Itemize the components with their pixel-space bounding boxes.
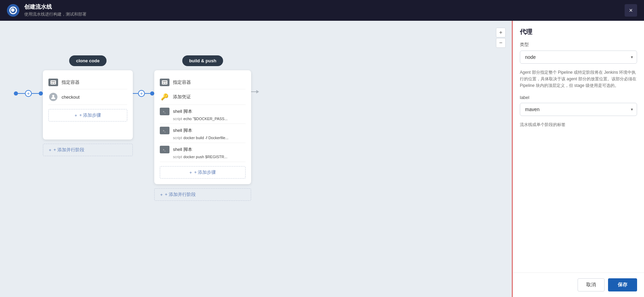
script-label-2: script — [173, 136, 182, 140]
shell-icon-2: >_ — [160, 127, 169, 134]
mid-line2 — [145, 93, 150, 94]
add-stage-mid-button[interactable]: + — [138, 90, 145, 97]
credential-icon: 🔑 — [160, 92, 169, 102]
person-icon — [49, 93, 57, 101]
stage-label-clone-code: clone code — [69, 55, 107, 66]
add-step-icon-2: + — [190, 170, 192, 175]
add-step-button-1[interactable]: + + 添加步骤 — [48, 109, 127, 122]
script-label-3: script — [173, 155, 182, 159]
save-button[interactable]: 保存 — [608, 278, 637, 291]
mid-dot — [150, 91, 154, 96]
label-field-label: label — [520, 95, 637, 100]
add-parallel-icon-2: + — [160, 192, 163, 197]
exit-line1 — [251, 91, 256, 92]
connector-line — [18, 93, 25, 94]
step-container-1[interactable]: 指定容器 — [48, 76, 127, 89]
agent-description: Agent 部分指定整个 Pipeline 或特定阶段将在 Jenkins 环境… — [520, 69, 637, 89]
svg-rect-2 — [51, 83, 53, 84]
shell-step-label-2: shell 脚本 — [173, 127, 192, 134]
shell-script-row-2: script docker build -f Dockerfile... — [160, 135, 229, 140]
script-value-2: docker build -f Dockerfile... — [183, 136, 228, 140]
checkout-icon — [48, 92, 58, 102]
cancel-button[interactable]: 取消 — [578, 278, 605, 291]
modal-body: + − + clone code — [0, 21, 644, 297]
svg-rect-3 — [54, 83, 55, 84]
mid-connector: + — [133, 55, 154, 97]
checkout-step-label: checkout — [62, 94, 80, 100]
shell-icon-3: >_ — [160, 146, 169, 153]
type-select-wrapper: node any none docker dockerfile ▾ — [520, 51, 637, 64]
step-shell-1[interactable]: >_ shell 脚本 script echo "$DOCKER_PASS... — [160, 105, 246, 124]
connector-line2 — [32, 93, 39, 94]
shell-step-label-3: shell 脚本 — [173, 146, 192, 153]
step-checkout[interactable]: checkout — [48, 89, 127, 105]
svg-rect-5 — [162, 80, 167, 84]
add-parallel-button-2[interactable]: + + 添加并行阶段 — [154, 188, 251, 201]
add-parallel-button-1[interactable]: + + 添加并行阶段 — [43, 144, 133, 156]
svg-text:>_: >_ — [163, 110, 166, 113]
container-icon — [48, 79, 58, 86]
add-step-label-2: + 添加步骤 — [194, 169, 216, 176]
add-parallel-label-2: + 添加并行阶段 — [165, 191, 196, 198]
connector-dot — [14, 91, 18, 96]
shell-script-row-3: script docker push $REGISTR... — [160, 154, 227, 159]
container-icon-2 — [160, 79, 169, 86]
zoom-out-icon: − — [499, 40, 502, 46]
step-container-2[interactable]: 指定容器 — [160, 76, 246, 89]
connector-dot2 — [39, 91, 43, 96]
modal-title: 创建流水线 — [24, 3, 86, 11]
add-parallel-icon: + — [49, 147, 52, 153]
script-value-3: docker push $REGISTR... — [183, 155, 227, 159]
modal-subtitle: 使用流水线进行构建，测试和部署 — [24, 11, 86, 17]
svg-rect-6 — [163, 81, 167, 82]
add-stage-before-button[interactable]: + — [25, 90, 32, 97]
modal-header: 创建流水线 使用流水线进行构建，测试和部署 × — [0, 0, 644, 21]
app-logo — [7, 4, 19, 17]
shell-step-label-1: shell 脚本 — [173, 108, 192, 115]
stage-label-build-push: build & push — [182, 55, 223, 66]
close-button[interactable]: × — [625, 4, 637, 17]
panel-title: 代理 — [520, 28, 637, 36]
script-value-1: echo "$DOCKER_PASS... — [183, 117, 228, 121]
shell-icon-1: >_ — [160, 108, 169, 115]
svg-rect-1 — [51, 81, 55, 82]
type-field-label: 类型 — [520, 42, 637, 48]
pipeline-stages: + clone code — [0, 42, 513, 297]
stage-card-clone-code: 指定容器 — [43, 70, 133, 140]
add-step-icon: + — [75, 113, 77, 118]
add-parallel-label: + 添加并行阶段 — [54, 147, 84, 153]
zoom-in-button[interactable]: + — [496, 28, 506, 37]
svg-rect-8 — [165, 83, 167, 84]
zoom-out-button[interactable]: − — [496, 38, 506, 48]
stage-card-build-push: 指定容器 🔑 添加凭证 — [154, 70, 251, 184]
svg-text:>_: >_ — [163, 129, 166, 132]
pipeline-canvas-area: + − + clone code — [0, 21, 513, 297]
container-step-label-2: 指定容器 — [173, 79, 191, 86]
svg-point-4 — [52, 95, 54, 97]
svg-rect-7 — [163, 83, 164, 84]
exit-arrow — [256, 90, 259, 93]
exit-connector — [251, 55, 259, 93]
stage-build-push: build & push — [154, 55, 251, 201]
shell-script-row-1: script echo "$DOCKER_PASS... — [160, 116, 228, 121]
label-select[interactable]: maven node docker — [520, 103, 637, 116]
title-group: 创建流水线 使用流水线进行构建，测试和部署 — [24, 3, 86, 17]
svg-text:>_: >_ — [163, 148, 166, 151]
svg-rect-0 — [50, 80, 56, 84]
label-description: 流水线或单个阶段的标签 — [520, 122, 637, 128]
script-label-1: script — [173, 117, 182, 121]
key-icon: 🔑 — [161, 93, 168, 101]
entry-connector: + — [14, 55, 43, 97]
label-select-wrapper: maven node docker ▾ — [520, 103, 637, 116]
panel-body: 代理 类型 node any none docker dockerfile ▾ … — [513, 21, 644, 272]
right-panel: 代理 类型 node any none docker dockerfile ▾ … — [513, 21, 644, 297]
step-shell-3[interactable]: >_ shell 脚本 script docker push $REGISTR.… — [160, 143, 246, 162]
add-step-button-2[interactable]: + + 添加步骤 — [160, 166, 246, 179]
type-select[interactable]: node any none docker dockerfile — [520, 51, 637, 64]
credential-step-label: 添加凭证 — [173, 94, 191, 100]
container-step-label: 指定容器 — [62, 79, 80, 86]
mid-line1 — [133, 93, 138, 94]
step-shell-2[interactable]: >_ shell 脚本 script docker build -f Docke… — [160, 124, 246, 143]
close-icon: × — [629, 7, 633, 14]
step-credential[interactable]: 🔑 添加凭证 — [160, 89, 246, 105]
